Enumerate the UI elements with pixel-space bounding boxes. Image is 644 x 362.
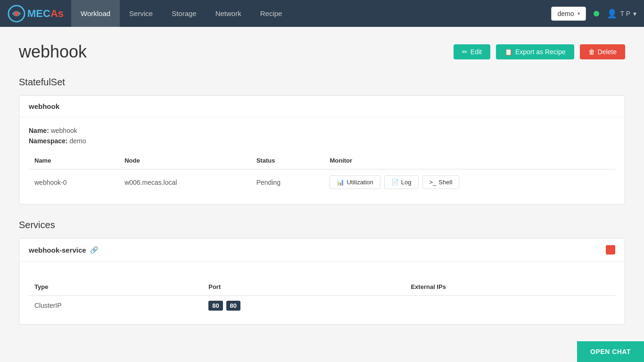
statefulset-section-title: StatefulSet [19, 77, 625, 88]
status-dot [594, 11, 599, 16]
table-row: webhook-0 w006.mecas.local Pending 📊 Uti… [29, 169, 615, 195]
logo-icon [8, 5, 25, 23]
col-node: Node [119, 152, 251, 169]
services-table: Type Port External IPs ClusterIP 80 80 [29, 279, 615, 315]
services-header-row: Type Port External IPs [29, 279, 615, 296]
demo-dropdown[interactable]: demo ▾ [551, 7, 586, 21]
logo: MECAs [8, 5, 64, 23]
statefulset-card-title: webhook [29, 102, 59, 110]
utilization-label: Utilization [347, 179, 373, 186]
row-monitor: 📊 Utilization 📄 Log >_ Shell [324, 169, 615, 195]
port-badge-1: 80 [208, 301, 223, 311]
logo-as-text: As [50, 8, 64, 19]
utilization-icon: 📊 [337, 179, 344, 186]
service-external-ips [405, 296, 615, 315]
services-section-title: Services [19, 220, 625, 230]
services-card-body: Type Port External IPs ClusterIP 80 80 [19, 262, 625, 324]
demo-label: demo [557, 10, 574, 17]
monitor-buttons: 📊 Utilization 📄 Log >_ Shell [330, 175, 610, 189]
user-chevron-icon: ▾ [633, 10, 636, 17]
statefulset-card: webhook Name: webhook Namespace: demo Na… [19, 95, 625, 205]
page-title: webhook [19, 42, 87, 62]
delete-icon: 🗑 [588, 48, 595, 56]
services-table-row: ClusterIP 80 80 [29, 296, 615, 315]
nav-service[interactable]: Service [120, 0, 162, 27]
shell-icon: >_ [429, 179, 437, 186]
delete-button[interactable]: 🗑 Delete [580, 44, 625, 59]
user-info[interactable]: 👤 T P ▾ [607, 8, 636, 19]
col-monitor: Monitor [324, 152, 615, 169]
edit-icon: ✏ [462, 48, 468, 56]
shell-label: Shell [438, 179, 452, 186]
chevron-down-icon: ▾ [578, 11, 580, 16]
statefulset-card-header: webhook [19, 96, 625, 117]
svg-point-1 [14, 11, 19, 16]
log-label: Log [401, 179, 412, 186]
col-status: Status [251, 152, 324, 169]
header-actions: ✏ Edit 📋 Export as Recipe 🗑 Delete [454, 44, 625, 59]
nav-network[interactable]: Network [206, 0, 251, 27]
user-label: T P [620, 10, 630, 17]
namespace-value-text: demo [69, 137, 86, 145]
row-node: w006.mecas.local [119, 169, 251, 195]
statefulset-table: Name Node Status Monitor webhook-0 w006.… [29, 152, 615, 195]
service-header: webhook-service 🔗 [29, 245, 615, 255]
logo-mec-text: MEC [27, 8, 50, 19]
page-header: webhook ✏ Edit 📋 Export as Recipe 🗑 Dele… [19, 42, 625, 62]
services-card: webhook-service 🔗 Type Port External IPs [19, 238, 625, 325]
export-icon: 📋 [504, 48, 512, 56]
main-content: webhook ✏ Edit 📋 Export as Recipe 🗑 Dele… [0, 27, 644, 355]
navbar-right: demo ▾ 👤 T P ▾ [551, 7, 636, 21]
service-status-square [606, 245, 615, 255]
service-port: 80 80 [203, 296, 405, 315]
namespace-label: Namespace: [29, 137, 68, 145]
name-value-text: webhook [51, 127, 77, 134]
col-type: Type [29, 279, 203, 296]
services-card-header: webhook-service 🔗 [19, 239, 625, 262]
service-type: ClusterIP [29, 296, 203, 315]
log-button[interactable]: 📄 Log [384, 175, 419, 189]
utilization-button[interactable]: 📊 Utilization [330, 175, 380, 189]
nav-storage[interactable]: Storage [162, 0, 206, 27]
col-name: Name [29, 152, 119, 169]
col-external-ips: External IPs [405, 279, 615, 296]
table-header-row: Name Node Status Monitor [29, 152, 615, 169]
name-label: Name: [29, 127, 49, 134]
external-link-icon[interactable]: 🔗 [90, 246, 98, 254]
namespace-info-row: Namespace: demo [29, 137, 615, 145]
log-icon: 📄 [391, 179, 399, 186]
shell-button[interactable]: >_ Shell [422, 175, 460, 189]
name-info-row: Name: webhook [29, 127, 615, 134]
statefulset-card-body: Name: webhook Namespace: demo Name Node … [19, 117, 625, 204]
service-card-title: webhook-service [29, 246, 86, 254]
export-button[interactable]: 📋 Export as Recipe [496, 44, 574, 59]
nav-workload[interactable]: Workload [71, 0, 120, 27]
row-name: webhook-0 [29, 169, 119, 195]
row-status: Pending [251, 169, 324, 195]
edit-button[interactable]: ✏ Edit [454, 44, 490, 59]
col-port: Port [203, 279, 405, 296]
navbar: MECAs Workload Service Storage Network R… [0, 0, 644, 27]
open-chat-button[interactable]: OPEN CHAT [577, 341, 644, 355]
port-badge-2: 80 [226, 301, 240, 311]
service-title-row: webhook-service 🔗 [29, 246, 98, 254]
user-icon: 👤 [607, 8, 617, 19]
nav-recipe[interactable]: Recipe [251, 0, 292, 27]
